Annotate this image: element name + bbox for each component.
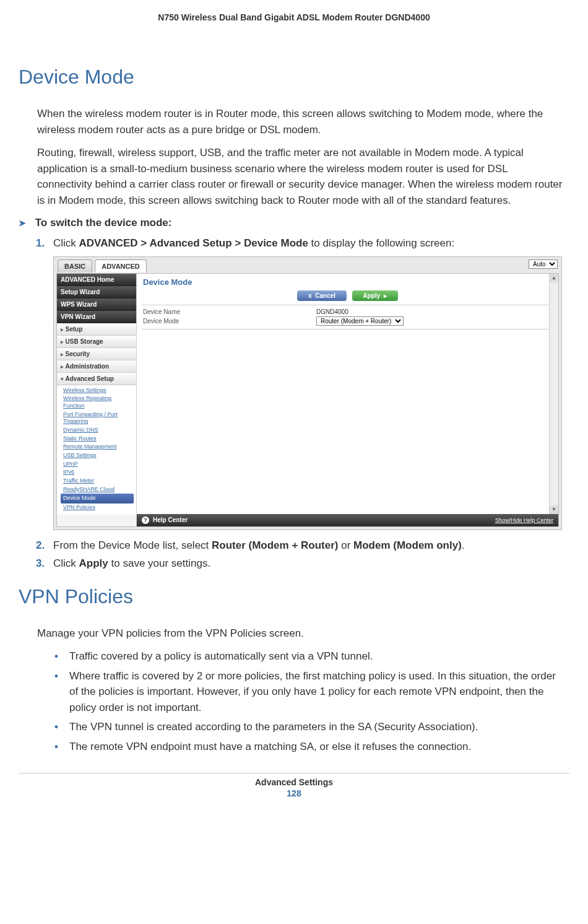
subnav-readyshare-cloud[interactable]: ReadySHARE Cloud: [63, 486, 134, 494]
list-item: • The remote VPN endpoint must have a ma…: [54, 739, 563, 755]
tab-advanced[interactable]: ADVANCED: [95, 259, 147, 272]
close-icon: x: [308, 292, 312, 299]
panel-title: Device Mode: [137, 274, 558, 288]
subnav-remote-management[interactable]: Remote Management: [63, 443, 134, 451]
nav-setup-wizard[interactable]: Setup Wizard: [57, 286, 136, 299]
nav-security[interactable]: Security: [57, 348, 136, 360]
scrollbar[interactable]: ▲ ▼: [549, 274, 558, 514]
step-2: 2. From the Device Mode list, select Rou…: [36, 538, 569, 554]
device-mode-select[interactable]: Router (Modem + Router): [316, 316, 404, 326]
cancel-label: Cancel: [315, 292, 335, 299]
apply-button[interactable]: Apply ▸: [352, 290, 398, 301]
subnav-traffic-meter[interactable]: Traffic Meter: [63, 477, 134, 486]
step-1: 1. Click ADVANCED > Advanced Setup > Dev…: [36, 235, 569, 251]
bullet-icon: •: [54, 739, 69, 755]
device-name-value: DGND4000: [316, 308, 348, 315]
text: Click: [53, 237, 79, 249]
nav-advanced-setup[interactable]: Advanced Setup: [57, 373, 136, 385]
scroll-down-icon[interactable]: ▼: [550, 505, 558, 514]
nav-administration[interactable]: Administration: [57, 360, 136, 373]
auto-select[interactable]: Auto: [529, 259, 558, 269]
bullet-icon: •: [54, 719, 69, 735]
bullet-icon: •: [54, 648, 69, 665]
subnav-dynamic-dns[interactable]: Dynamic DNS: [63, 426, 134, 435]
screenshot-device-mode: BASIC ADVANCED Auto ADVANCED Home Setup …: [53, 256, 562, 530]
step-number: 3.: [36, 556, 53, 572]
arrow-icon: ▸: [384, 292, 387, 299]
subnav-vpn-policies[interactable]: VPN Policies: [63, 503, 134, 512]
option-modem: Modem (Modem only): [353, 539, 462, 551]
paragraph: Manage your VPN policies from the VPN Po…: [37, 625, 563, 642]
step-number: 2.: [36, 538, 53, 554]
text: From the Device Mode list, select: [53, 539, 212, 551]
nav-advanced-home[interactable]: ADVANCED Home: [57, 274, 136, 286]
apply-label: Apply: [363, 292, 381, 299]
paragraph: Routing, firewall, wireless support, USB…: [37, 145, 563, 208]
text: or: [339, 539, 354, 551]
list-item: • The VPN tunnel is created according to…: [54, 719, 563, 735]
step-text: Click Apply to save your settings.: [53, 556, 569, 572]
bullet-text: Traffic covered by a policy is automatic…: [69, 648, 373, 665]
nav-wps-wizard[interactable]: WPS Wizard: [57, 299, 136, 311]
footer-section-title: Advanced Settings: [19, 777, 569, 787]
apply-ref: Apply: [79, 557, 108, 569]
subnav-port-forwarding[interactable]: Port Forwarding / Port Triggering: [63, 411, 134, 426]
document-header: N750 Wireless Dual Band Gigabit ADSL Mod…: [19, 12, 569, 22]
subnav-wireless-repeating[interactable]: Wireless Repeating Function: [63, 394, 134, 410]
step-number: 1.: [36, 235, 53, 251]
cancel-button[interactable]: x Cancel: [297, 290, 347, 301]
nav-usb-storage[interactable]: USB Storage: [57, 336, 136, 348]
bullet-text: The remote VPN endpoint must have a matc…: [69, 739, 471, 755]
option-router: Router (Modem + Router): [212, 539, 338, 551]
step-3: 3. Click Apply to save your settings.: [36, 556, 569, 572]
bullet-text: Where traffic is covered by 2 or more po…: [69, 668, 563, 716]
paragraph: When the wireless modem router is in Rou…: [37, 106, 563, 137]
scroll-up-icon[interactable]: ▲: [550, 274, 558, 282]
bullet-text: The VPN tunnel is created according to t…: [69, 719, 478, 735]
help-icon[interactable]: ?: [142, 516, 149, 524]
tab-basic[interactable]: BASIC: [58, 259, 92, 272]
help-bar: ? Help Center Show/Hide Help Center: [137, 514, 558, 526]
text: .: [462, 539, 465, 551]
subnav-ipv6[interactable]: IPv6: [63, 468, 134, 477]
text: Click: [53, 557, 79, 569]
subnav-device-mode[interactable]: Device Mode: [61, 494, 134, 503]
nav-setup[interactable]: Setup: [57, 323, 136, 336]
section-title-vpn-policies: VPN Policies: [19, 585, 569, 608]
nav-path: ADVANCED > Advanced Setup > Device Mode: [79, 237, 308, 249]
text: to display the following screen:: [308, 237, 454, 249]
step-text: From the Device Mode list, select Router…: [53, 538, 569, 554]
device-mode-label: Device Mode: [143, 318, 316, 325]
subnav-usb-settings[interactable]: USB Settings: [63, 451, 134, 460]
subnav-upnp[interactable]: UPnP: [63, 460, 134, 469]
procedure-heading: To switch the device mode:: [19, 217, 569, 229]
nav-vpn-wizard[interactable]: VPN Wizard: [57, 311, 136, 323]
help-center-label[interactable]: Help Center: [153, 516, 188, 523]
subnav-static-routes[interactable]: Static Routes: [63, 435, 134, 443]
help-toggle-link[interactable]: Show/Hide Help Center: [495, 517, 553, 523]
procedure-heading-text: To switch the device mode:: [35, 217, 172, 229]
step-text: Click ADVANCED > Advanced Setup > Device…: [53, 235, 569, 251]
page-number: 128: [19, 788, 569, 798]
device-name-label: Device Name: [143, 308, 316, 315]
list-item: • Where traffic is covered by 2 or more …: [54, 668, 563, 716]
bullet-icon: •: [54, 668, 69, 716]
subnav-wireless-settings[interactable]: Wireless Settings: [63, 386, 134, 395]
sidebar: ADVANCED Home Setup Wizard WPS Wizard VP…: [57, 274, 137, 526]
section-title-device-mode: Device Mode: [19, 66, 569, 89]
list-item: • Traffic covered by a policy is automat…: [54, 648, 563, 665]
text: to save your settings.: [108, 557, 210, 569]
page-footer: Advanced Settings 128: [19, 773, 569, 798]
